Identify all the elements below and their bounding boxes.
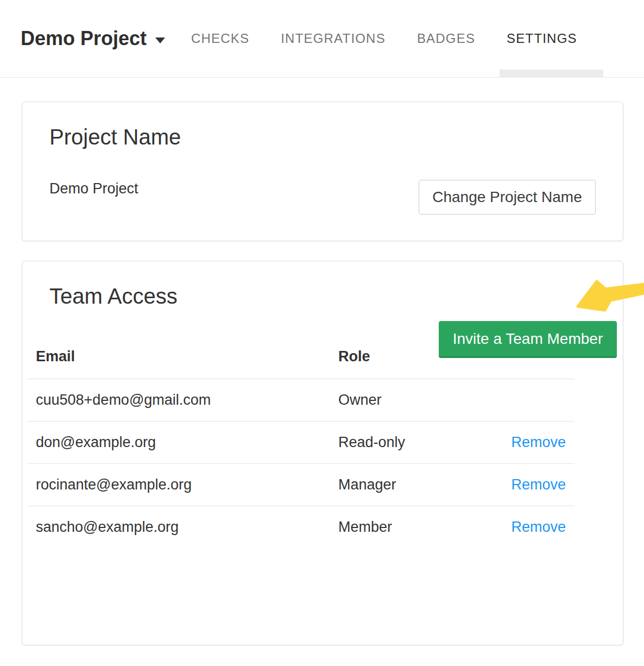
team-access-card-title: Team Access	[49, 283, 178, 309]
table-row: cuu508+demo@gmail.comOwner	[27, 379, 574, 422]
member-action-cell	[500, 379, 574, 422]
project-name-card-title: Project Name	[49, 124, 181, 150]
member-action-cell: Remove	[500, 422, 574, 464]
table-row: rocinante@example.orgManagerRemove	[27, 464, 574, 506]
tab-checks[interactable]: CHECKS	[191, 31, 249, 46]
column-header-email: Email	[27, 335, 330, 379]
tab-integrations[interactable]: INTEGRATIONS	[281, 31, 386, 46]
caret-down-icon	[155, 37, 165, 43]
team-members-table: Email Role cuu508+demo@gmail.comOwnerdon…	[27, 335, 574, 548]
member-email: rocinante@example.org	[27, 464, 330, 506]
top-nav: Demo Project CHECKSINTEGRATIONSBADGESSET…	[0, 0, 644, 78]
member-email: sancho@example.org	[27, 506, 330, 549]
member-email: don@example.org	[27, 422, 330, 464]
tab-badges[interactable]: BADGES	[417, 31, 475, 46]
project-selector-dropdown[interactable]: Demo Project	[21, 0, 165, 77]
project-name-card: Project Name Demo Project Change Project…	[22, 102, 623, 241]
change-project-name-button[interactable]: Change Project Name	[419, 180, 596, 215]
member-action-cell: Remove	[500, 506, 574, 549]
project-selector-label: Demo Project	[21, 27, 147, 50]
table-row: sancho@example.orgMemberRemove	[27, 506, 574, 549]
remove-link[interactable]: Remove	[511, 476, 566, 493]
member-role: Read-only	[330, 422, 500, 464]
current-project-name: Demo Project	[49, 180, 138, 197]
member-role: Owner	[330, 379, 500, 422]
tab-settings[interactable]: SETTINGS	[507, 31, 577, 46]
member-action-cell: Remove	[500, 464, 574, 506]
project-settings-page: { "header": { "project_selector": { "lab…	[0, 0, 644, 666]
member-role: Manager	[330, 464, 500, 506]
team-members-rows: cuu508+demo@gmail.comOwnerdon@example.or…	[27, 379, 574, 549]
invite-team-member-button[interactable]: Invite a Team Member	[439, 321, 617, 358]
active-tab-indicator	[500, 70, 603, 78]
remove-link[interactable]: Remove	[511, 519, 566, 535]
remove-link[interactable]: Remove	[511, 434, 566, 450]
member-email: cuu508+demo@gmail.com	[27, 379, 330, 422]
nav-tabs: CHECKSINTEGRATIONSBADGESSETTINGS	[191, 0, 577, 77]
member-role: Member	[330, 506, 500, 549]
table-row: don@example.orgRead-onlyRemove	[27, 422, 574, 464]
